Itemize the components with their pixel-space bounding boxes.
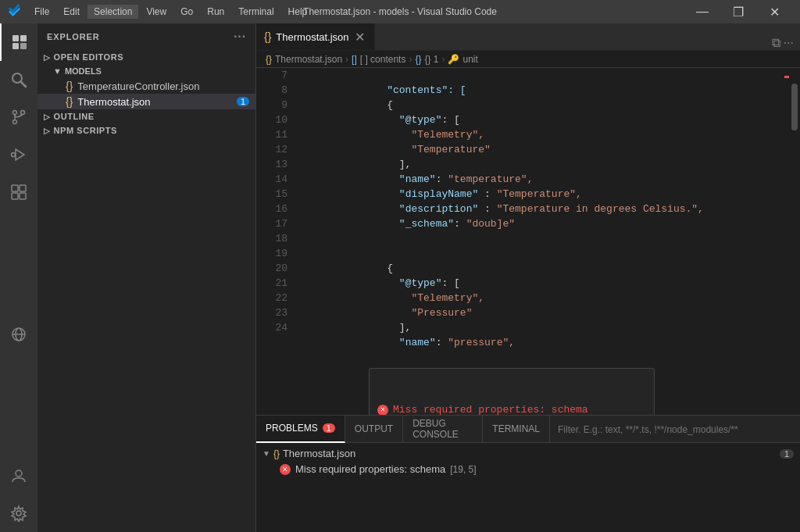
arrow-icon-npm: ▷ [44, 127, 51, 135]
panel-tabs: PROBLEMS 1 OUTPUT DEBUG CONSOLE TERMINAL [256, 416, 800, 443]
sidebar-section-npm-header[interactable]: ▷ NPM SCRIPTS [38, 123, 255, 137]
editor-scrollbar[interactable] [789, 68, 800, 415]
hover-error-text: Miss required properties: schema [393, 402, 588, 415]
breadcrumb-sep-3: › [441, 54, 445, 65]
svg-rect-0 [12, 35, 19, 41]
sidebar-action-more[interactable]: ··· [234, 30, 246, 44]
error-circle-icon-2: ✕ [280, 464, 291, 475]
sidebar-section-open-editors: ▷ OPEN EDITORS [38, 50, 255, 64]
svg-point-19 [16, 470, 22, 477]
sidebar-section-outline-header[interactable]: ▷ OUTLINE [38, 109, 255, 123]
activity-item-settings[interactable] [0, 495, 38, 532]
svg-point-7 [13, 120, 17, 124]
json-file-icon: {} [66, 80, 73, 92]
models-folder-header[interactable]: ▼ MODELS [38, 64, 255, 78]
svg-point-20 [16, 511, 21, 516]
npm-label: NPM SCRIPTS [54, 126, 117, 135]
breadcrumb: {} Thermostat.json › [] [ ] contents › {… [256, 51, 800, 68]
panel-tab-terminal[interactable]: TERMINAL [483, 416, 550, 443]
activity-item-search[interactable] [0, 61, 38, 98]
titlebar-menu: File Edit Selection View Go Run Terminal… [28, 5, 313, 19]
panel-tab-output[interactable]: OUTPUT [345, 416, 403, 443]
error-message: Miss required properties: schema [295, 463, 445, 475]
breadcrumb-index[interactable]: {} 1 [424, 54, 438, 65]
vscode-icon [8, 3, 22, 21]
code-line-18 [302, 231, 789, 246]
minimize-button[interactable]: — [684, 0, 720, 23]
svg-rect-13 [20, 185, 26, 191]
menu-terminal[interactable]: Terminal [232, 5, 280, 19]
menu-file[interactable]: File [28, 5, 55, 19]
titlebar-title: Thermostat.json - models - Visual Studio… [303, 6, 497, 17]
line-numbers: 7 8 9 10 11 12 13 14 15 16 17 18 19 20 2… [256, 68, 295, 415]
file-badge: 1 [237, 97, 249, 106]
panel-content: ▼ {} Thermostat.json 1 ✕ Miss required p… [256, 443, 800, 532]
sidebar-file-temperature-controller[interactable]: {} TemperatureController.json [38, 78, 255, 94]
activity-item-run[interactable] [0, 136, 38, 173]
tab-close-button[interactable]: ✕ [354, 30, 366, 43]
titlebar-left: File Edit Selection View Go Run Terminal… [8, 3, 313, 21]
scrollbar-thumb[interactable] [791, 84, 798, 130]
svg-rect-3 [20, 43, 27, 49]
activity-item-extensions[interactable] [0, 173, 38, 211]
breadcrumb-icon-2: [] [352, 54, 357, 65]
sidebar-section-open-editors-header[interactable]: ▷ OPEN EDITORS [38, 50, 255, 64]
activity-item-remote[interactable] [0, 316, 38, 353]
maximize-button[interactable]: ❐ [720, 0, 756, 23]
outline-label: OUTLINE [54, 112, 95, 121]
panel-tab-problems[interactable]: PROBLEMS 1 [256, 416, 345, 443]
svg-point-8 [21, 111, 25, 115]
section-error-count: 1 [780, 449, 794, 459]
breadcrumb-unit[interactable]: unit [462, 54, 477, 65]
tab-file-icon: {} [264, 30, 271, 43]
debug-console-label: DEBUG CONSOLE [412, 418, 473, 440]
svg-line-5 [21, 82, 26, 87]
svg-marker-10 [16, 149, 24, 160]
problems-section-thermostat[interactable]: ▼ {} Thermostat.json 1 [256, 446, 800, 461]
section-expand-arrow: ▼ [262, 449, 270, 458]
file-name-temp-controller: TemperatureController.json [77, 80, 199, 92]
activity-item-source-control[interactable] [0, 98, 38, 136]
sidebar-file-thermostat[interactable]: {} Thermostat.json 1 [38, 94, 255, 109]
arrow-icon: ▷ [44, 53, 51, 62]
panel-tab-debug-console[interactable]: DEBUG CONSOLE [403, 416, 483, 443]
tab-thermostat[interactable]: {} Thermostat.json ✕ [256, 23, 375, 50]
error-circle-icon: ✕ [377, 405, 388, 416]
sidebar-title: EXPLORER [47, 32, 100, 41]
json-file-icon-2: {} [66, 95, 73, 108]
sidebar: EXPLORER ··· ▷ OPEN EDITORS ▼ MODELS {} … [38, 23, 256, 532]
filter-input[interactable] [558, 424, 792, 435]
menu-view[interactable]: View [140, 5, 173, 19]
close-button[interactable]: ✕ [756, 0, 792, 23]
svg-rect-2 [12, 43, 19, 49]
svg-point-11 [12, 153, 16, 157]
bottom-panel: PROBLEMS 1 OUTPUT DEBUG CONSOLE TERMINAL [256, 415, 800, 532]
menu-go[interactable]: Go [174, 5, 199, 19]
svg-rect-1 [20, 35, 27, 41]
more-actions-button[interactable]: ··· [784, 36, 794, 50]
problems-label: PROBLEMS [266, 423, 318, 434]
models-label: MODELS [65, 66, 102, 76]
panel-filter [550, 423, 800, 435]
error-item-1[interactable]: ✕ Miss required properties: schema [19, … [256, 461, 800, 477]
menu-edit[interactable]: Edit [57, 5, 86, 19]
breadcrumb-file[interactable]: Thermostat.json [275, 54, 342, 65]
problems-badge: 1 [323, 423, 335, 433]
split-editor-button[interactable]: ⧉ [772, 36, 780, 50]
menu-run[interactable]: Run [201, 5, 230, 19]
breadcrumb-icon-4: 🔑 [448, 54, 459, 65]
svg-rect-14 [12, 193, 18, 199]
arrow-icon-outline: ▷ [44, 112, 51, 121]
code-line-7: "contents": [ [302, 68, 789, 83]
activity-bar [0, 23, 38, 532]
activity-item-accounts[interactable] [0, 457, 38, 495]
menu-selection[interactable]: Selection [88, 5, 138, 19]
code-editor[interactable]: "contents": [ { "@type": [ "Telemetry", [295, 68, 789, 415]
sidebar-section-outline: ▷ OUTLINE [38, 109, 255, 123]
main-content: {} Thermostat.json ✕ ⧉ ··· {} Thermostat… [256, 23, 800, 532]
breadcrumb-contents[interactable]: [ ] contents [360, 54, 406, 65]
activity-item-explorer[interactable] [0, 23, 38, 61]
tab-label: Thermostat.json [276, 31, 348, 43]
app: EXPLORER ··· ▷ OPEN EDITORS ▼ MODELS {} … [0, 23, 800, 532]
breadcrumb-sep-2: › [409, 54, 412, 65]
